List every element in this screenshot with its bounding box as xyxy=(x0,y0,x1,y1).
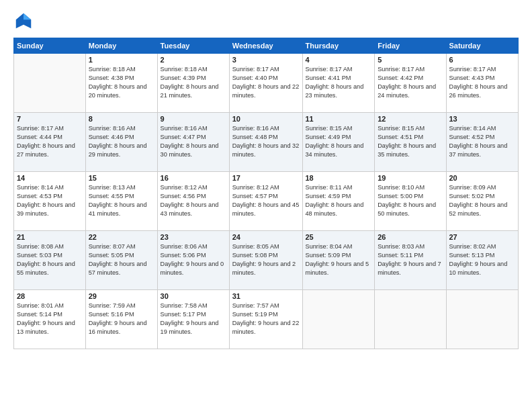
calendar-week-row: 28Sunrise: 8:01 AMSunset: 5:14 PMDayligh… xyxy=(14,290,519,349)
calendar-cell: 14Sunrise: 8:14 AMSunset: 4:53 PMDayligh… xyxy=(14,172,86,231)
logo xyxy=(13,11,36,31)
calendar-cell: 19Sunrise: 8:10 AMSunset: 5:00 PMDayligh… xyxy=(375,172,446,231)
calendar-header-monday: Monday xyxy=(85,38,157,54)
day-number: 19 xyxy=(378,174,443,182)
day-number: 3 xyxy=(232,56,300,64)
calendar-cell: 22Sunrise: 8:07 AMSunset: 5:05 PMDayligh… xyxy=(85,231,157,290)
day-info: Sunrise: 8:16 AMSunset: 4:48 PMDaylight:… xyxy=(232,124,300,159)
calendar-cell: 18Sunrise: 8:11 AMSunset: 4:59 PMDayligh… xyxy=(302,172,375,231)
calendar-header-sunday: Sunday xyxy=(14,38,86,54)
calendar-header-tuesday: Tuesday xyxy=(157,38,229,54)
calendar-cell: 11Sunrise: 8:15 AMSunset: 4:49 PMDayligh… xyxy=(302,113,375,172)
day-number: 13 xyxy=(449,115,516,123)
day-number: 5 xyxy=(378,56,443,64)
day-number: 1 xyxy=(89,56,154,64)
day-info: Sunrise: 8:17 AMSunset: 4:43 PMDaylight:… xyxy=(449,65,516,100)
day-number: 21 xyxy=(17,233,83,241)
calendar-cell: 4Sunrise: 8:17 AMSunset: 4:41 PMDaylight… xyxy=(302,54,375,113)
day-number: 11 xyxy=(306,115,372,123)
day-number: 10 xyxy=(232,115,300,123)
page: SundayMondayTuesdayWednesdayThursdayFrid… xyxy=(0,0,532,411)
calendar-cell: 8Sunrise: 8:16 AMSunset: 4:46 PMDaylight… xyxy=(85,113,157,172)
day-number: 4 xyxy=(306,56,372,64)
day-number: 23 xyxy=(161,233,226,241)
day-info: Sunrise: 8:07 AMSunset: 5:05 PMDaylight:… xyxy=(89,242,154,277)
svg-marker-1 xyxy=(24,13,31,19)
day-number: 2 xyxy=(161,56,226,64)
day-info: Sunrise: 8:03 AMSunset: 5:11 PMDaylight:… xyxy=(378,242,443,277)
calendar-cell: 10Sunrise: 8:16 AMSunset: 4:48 PMDayligh… xyxy=(229,113,302,172)
calendar-week-row: 7Sunrise: 8:17 AMSunset: 4:44 PMDaylight… xyxy=(14,113,519,172)
calendar-cell: 3Sunrise: 8:17 AMSunset: 4:40 PMDaylight… xyxy=(229,54,302,113)
calendar-cell: 2Sunrise: 8:18 AMSunset: 4:39 PMDaylight… xyxy=(157,54,229,113)
day-info: Sunrise: 8:02 AMSunset: 5:13 PMDaylight:… xyxy=(449,242,516,277)
day-info: Sunrise: 8:16 AMSunset: 4:46 PMDaylight:… xyxy=(89,124,154,159)
day-info: Sunrise: 7:59 AMSunset: 5:16 PMDaylight:… xyxy=(89,302,154,336)
day-number: 31 xyxy=(232,292,300,300)
calendar-cell: 30Sunrise: 7:58 AMSunset: 5:17 PMDayligh… xyxy=(157,290,229,349)
calendar-header-thursday: Thursday xyxy=(302,38,375,54)
day-number: 30 xyxy=(161,292,226,300)
header xyxy=(13,11,519,31)
day-info: Sunrise: 8:08 AMSunset: 5:03 PMDaylight:… xyxy=(17,242,83,277)
calendar-cell: 21Sunrise: 8:08 AMSunset: 5:03 PMDayligh… xyxy=(14,231,86,290)
day-number: 14 xyxy=(17,174,83,182)
calendar-cell: 16Sunrise: 8:12 AMSunset: 4:56 PMDayligh… xyxy=(157,172,229,231)
day-info: Sunrise: 8:18 AMSunset: 4:39 PMDaylight:… xyxy=(161,65,226,100)
day-number: 9 xyxy=(161,115,226,123)
calendar-cell: 31Sunrise: 7:57 AMSunset: 5:19 PMDayligh… xyxy=(229,290,302,349)
calendar-header-saturday: Saturday xyxy=(446,38,519,54)
day-number: 8 xyxy=(89,115,154,123)
calendar-table: SundayMondayTuesdayWednesdayThursdayFrid… xyxy=(13,38,519,349)
calendar-cell: 27Sunrise: 8:02 AMSunset: 5:13 PMDayligh… xyxy=(446,231,519,290)
day-info: Sunrise: 8:06 AMSunset: 5:06 PMDaylight:… xyxy=(161,242,226,277)
calendar-cell: 23Sunrise: 8:06 AMSunset: 5:06 PMDayligh… xyxy=(157,231,229,290)
day-info: Sunrise: 8:17 AMSunset: 4:44 PMDaylight:… xyxy=(17,124,83,159)
day-number: 18 xyxy=(306,174,372,182)
day-number: 16 xyxy=(161,174,226,182)
calendar-cell: 5Sunrise: 8:17 AMSunset: 4:42 PMDaylight… xyxy=(375,54,446,113)
day-number: 20 xyxy=(449,174,516,182)
calendar-header-row: SundayMondayTuesdayWednesdayThursdayFrid… xyxy=(14,38,519,54)
calendar-week-row: 14Sunrise: 8:14 AMSunset: 4:53 PMDayligh… xyxy=(14,172,519,231)
day-info: Sunrise: 8:16 AMSunset: 4:47 PMDaylight:… xyxy=(161,124,226,159)
day-info: Sunrise: 7:57 AMSunset: 5:19 PMDaylight:… xyxy=(232,302,300,336)
calendar-header-wednesday: Wednesday xyxy=(229,38,302,54)
day-number: 12 xyxy=(378,115,443,123)
calendar-cell: 6Sunrise: 8:17 AMSunset: 4:43 PMDaylight… xyxy=(446,54,519,113)
calendar-cell: 26Sunrise: 8:03 AMSunset: 5:11 PMDayligh… xyxy=(375,231,446,290)
day-info: Sunrise: 8:15 AMSunset: 4:51 PMDaylight:… xyxy=(378,124,443,159)
calendar-cell xyxy=(14,54,86,113)
day-number: 24 xyxy=(232,233,300,241)
calendar-cell xyxy=(302,290,375,349)
calendar-week-row: 21Sunrise: 8:08 AMSunset: 5:03 PMDayligh… xyxy=(14,231,519,290)
day-info: Sunrise: 8:12 AMSunset: 4:57 PMDaylight:… xyxy=(232,183,300,218)
day-info: Sunrise: 8:15 AMSunset: 4:49 PMDaylight:… xyxy=(306,124,372,159)
day-number: 7 xyxy=(17,115,83,123)
day-info: Sunrise: 8:05 AMSunset: 5:08 PMDaylight:… xyxy=(232,242,300,277)
day-info: Sunrise: 8:14 AMSunset: 4:53 PMDaylight:… xyxy=(17,183,83,218)
day-info: Sunrise: 8:10 AMSunset: 5:00 PMDaylight:… xyxy=(378,183,443,218)
calendar-cell: 13Sunrise: 8:14 AMSunset: 4:52 PMDayligh… xyxy=(446,113,519,172)
day-info: Sunrise: 8:11 AMSunset: 4:59 PMDaylight:… xyxy=(306,183,372,218)
day-info: Sunrise: 8:13 AMSunset: 4:55 PMDaylight:… xyxy=(89,183,154,218)
day-number: 22 xyxy=(89,233,154,241)
calendar-cell: 29Sunrise: 7:59 AMSunset: 5:16 PMDayligh… xyxy=(85,290,157,349)
logo-icon xyxy=(13,11,34,31)
day-info: Sunrise: 8:12 AMSunset: 4:56 PMDaylight:… xyxy=(161,183,226,218)
calendar-cell: 17Sunrise: 8:12 AMSunset: 4:57 PMDayligh… xyxy=(229,172,302,231)
day-info: Sunrise: 8:17 AMSunset: 4:40 PMDaylight:… xyxy=(232,65,300,100)
calendar-cell: 12Sunrise: 8:15 AMSunset: 4:51 PMDayligh… xyxy=(375,113,446,172)
calendar-cell xyxy=(375,290,446,349)
day-info: Sunrise: 7:58 AMSunset: 5:17 PMDaylight:… xyxy=(161,302,226,336)
day-number: 29 xyxy=(89,292,154,300)
calendar-header-friday: Friday xyxy=(375,38,446,54)
day-number: 15 xyxy=(89,174,154,182)
calendar-cell: 25Sunrise: 8:04 AMSunset: 5:09 PMDayligh… xyxy=(302,231,375,290)
day-info: Sunrise: 8:01 AMSunset: 5:14 PMDaylight:… xyxy=(17,302,83,336)
day-number: 25 xyxy=(306,233,372,241)
calendar-cell: 7Sunrise: 8:17 AMSunset: 4:44 PMDaylight… xyxy=(14,113,86,172)
day-info: Sunrise: 8:04 AMSunset: 5:09 PMDaylight:… xyxy=(306,242,372,277)
day-info: Sunrise: 8:14 AMSunset: 4:52 PMDaylight:… xyxy=(449,124,516,159)
day-info: Sunrise: 8:17 AMSunset: 4:42 PMDaylight:… xyxy=(378,65,443,100)
